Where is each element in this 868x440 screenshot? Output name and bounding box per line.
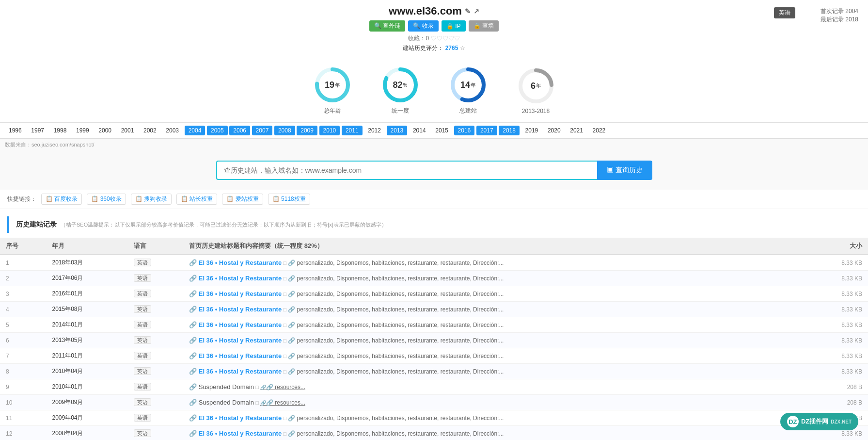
timeline-year[interactable]: 1998	[50, 126, 71, 135]
timeline-year[interactable]: 2010	[319, 126, 340, 135]
timeline-year[interactable]: 2004	[185, 126, 205, 135]
title-link[interactable]: 🔗 El 36 • Hostal y Restaurante	[189, 414, 282, 422]
rating-value-link[interactable]: 2765	[445, 45, 458, 51]
cell-no: 3	[0, 286, 46, 302]
timeline-year[interactable]: 2018	[499, 126, 520, 135]
timeline-year[interactable]: 2003	[162, 126, 183, 135]
watermark: DZ DZ插件网 DZX.NET	[780, 413, 858, 430]
check-indexed-button[interactable]: 🔍 收录	[408, 20, 438, 32]
timeline-year[interactable]: 2007	[252, 126, 273, 135]
table-row: 2 2017年06月 英语 🔗 El 36 • Hostal y Restaur…	[0, 271, 868, 286]
timeline-year[interactable]: 1997	[27, 126, 48, 135]
collect-row: 收藏：0 ♡♡♡♡♡	[10, 34, 858, 43]
cell-date: 2009年04月	[46, 410, 127, 426]
desc-text: 🔗 personalizado, Disponemos, habitacione…	[288, 260, 504, 266]
timeline-year[interactable]: 2017	[476, 126, 497, 135]
timeline-year[interactable]: 2013	[387, 126, 408, 135]
timeline-year[interactable]: 2014	[409, 126, 430, 135]
desc-link[interactable]: 🔗 resources...	[260, 384, 305, 391]
cell-lang: 英语	[128, 286, 184, 302]
cell-title: 🔗 El 36 • Hostal y Restaurante □ 🔗 perso…	[183, 410, 806, 426]
rating-row: 建站历史评分： 2765 ☆	[10, 44, 858, 52]
title-link[interactable]: 🔗 El 36 • Hostal y Restaurante	[189, 337, 282, 344]
quick-link-webmaster[interactable]: 📋 站长权重	[176, 194, 217, 205]
cell-size: 8.33 KB	[806, 255, 868, 271]
title-link[interactable]: 🔗 El 36 • Hostal y Restaurante	[189, 430, 282, 437]
title-link[interactable]: 🔗 El 36 • Hostal y Restaurante	[189, 275, 282, 282]
search-input[interactable]	[216, 161, 597, 180]
timeline-year[interactable]: 2012	[364, 126, 385, 135]
title-icons: □	[284, 431, 288, 437]
search-button[interactable]: ▣ 查询历史	[597, 161, 652, 180]
cell-date: 2010年04月	[46, 364, 127, 379]
timeline-year[interactable]: 2009	[297, 126, 317, 135]
cell-size: 208 B	[806, 379, 868, 395]
title-link[interactable]: 🔗 El 36 • Hostal y Restaurante	[189, 306, 282, 313]
title-link[interactable]: 🔗 El 36 • Hostal y Restaurante	[189, 368, 282, 375]
cell-no: 8	[0, 364, 46, 379]
cell-lang: 英语	[128, 395, 184, 410]
quick-link-aizhan[interactable]: 📋 爱站权重	[222, 194, 263, 205]
title-icons: □	[284, 307, 288, 312]
timeline-year[interactable]: 2006	[229, 126, 250, 135]
check-external-links-button[interactable]: 🔍 查外链	[369, 20, 405, 32]
cell-no: 5	[0, 317, 46, 333]
timeline-year[interactable]: 2020	[544, 126, 565, 135]
title-link[interactable]: 🔗 El 36 • Hostal y Restaurante	[189, 321, 282, 328]
timeline-year[interactable]: 1999	[72, 126, 93, 135]
collect-stars[interactable]: ♡♡♡♡♡	[431, 35, 460, 42]
title-icons: □	[284, 291, 288, 297]
cell-lang: 英语	[128, 426, 184, 440]
cell-no: 1	[0, 255, 46, 271]
timeline-year[interactable]: 2000	[95, 126, 115, 135]
quick-link-5118[interactable]: 📋 5118权重	[268, 194, 310, 205]
cell-title: 🔗 El 36 • Hostal y Restaurante □ 🔗 perso…	[183, 271, 806, 286]
timeline-year[interactable]: 2019	[521, 126, 542, 135]
title-link[interactable]: 🔗 El 36 • Hostal y Restaurante	[189, 290, 282, 297]
check-block-button[interactable]: 🔒 查墙	[469, 20, 499, 32]
cell-date: 2010年01月	[46, 379, 127, 395]
quick-link-sogou[interactable]: 📋 搜狗收录	[131, 194, 172, 205]
desc-text: 🔗 personalizado, Disponemos, habitacione…	[288, 337, 504, 344]
title-link[interactable]: 🔗 Suspended Domain	[189, 399, 254, 406]
timeline-year[interactable]: 2022	[589, 126, 610, 135]
timeline-bar: 1996 1997 1998 1999 2000 2001 2002 2003 …	[0, 123, 868, 139]
table-row: 9 2010年01月 英语 🔗 Suspended Domain □ 🔗 res…	[0, 379, 868, 395]
title-icons: □	[255, 384, 260, 390]
timeline-year[interactable]: 2005	[207, 126, 228, 135]
quick-link-360[interactable]: 📋 360收录	[87, 194, 126, 205]
title-icons: □	[284, 369, 288, 375]
cell-title: 🔗 El 36 • Hostal y Restaurante □ 🔗 perso…	[183, 255, 806, 271]
star-icon: ☆	[460, 45, 465, 51]
cell-lang: 英语	[128, 271, 184, 286]
title-link[interactable]: 🔗 El 36 • Hostal y Restaurante	[189, 259, 282, 266]
title-icons: □	[284, 338, 288, 343]
timeline-year[interactable]: 2002	[140, 126, 160, 135]
quick-links: 快捷链接： 📋 百度收录 📋 360收录 📋 搜狗收录 📋 站长权重 📋 爱站权…	[0, 190, 868, 209]
title-link[interactable]: 🔗 Suspended Domain	[189, 383, 254, 391]
cell-size: 8.33 KB	[806, 317, 868, 333]
table-row: 12 2008年04月 英语 🔗 El 36 • Hostal y Restau…	[0, 426, 868, 440]
timeline-year[interactable]: 2011	[342, 126, 363, 135]
desc-link[interactable]: 🔗 resources...	[260, 399, 305, 406]
cell-title: 🔗 El 36 • Hostal y Restaurante □ 🔗 perso…	[183, 286, 806, 302]
data-source: 数据来自：seo.juziseo.com/snapshot/	[0, 139, 868, 151]
timeline-year[interactable]: 2008	[274, 126, 295, 135]
quick-link-baidu[interactable]: 📋 百度收录	[41, 194, 82, 205]
title-icons: □	[284, 415, 288, 421]
cell-title: 🔗 Suspended Domain □ 🔗 resources...	[183, 379, 806, 395]
timeline-year[interactable]: 2021	[566, 126, 587, 135]
edit-icon[interactable]: ✎	[465, 7, 471, 15]
title-link[interactable]: 🔗 El 36 • Hostal y Restaurante	[189, 352, 282, 359]
cell-no: 9	[0, 379, 46, 395]
cell-lang: 英语	[128, 302, 184, 317]
external-link-icon[interactable]: ↗	[473, 7, 479, 15]
check-ip-button[interactable]: 🔒 IP	[442, 20, 466, 32]
table-row: 1 2018年03月 英语 🔗 El 36 • Hostal y Restaur…	[0, 255, 868, 271]
timeline-year[interactable]: 2001	[117, 126, 138, 135]
cell-title: 🔗 El 36 • Hostal y Restaurante □ 🔗 perso…	[183, 364, 806, 379]
timeline-year[interactable]: 2016	[454, 126, 475, 135]
timeline-year[interactable]: 1996	[5, 126, 26, 135]
table-row: 10 2009年09月 英语 🔗 Suspended Domain □ 🔗 re…	[0, 395, 868, 410]
timeline-year[interactable]: 2015	[431, 126, 452, 135]
